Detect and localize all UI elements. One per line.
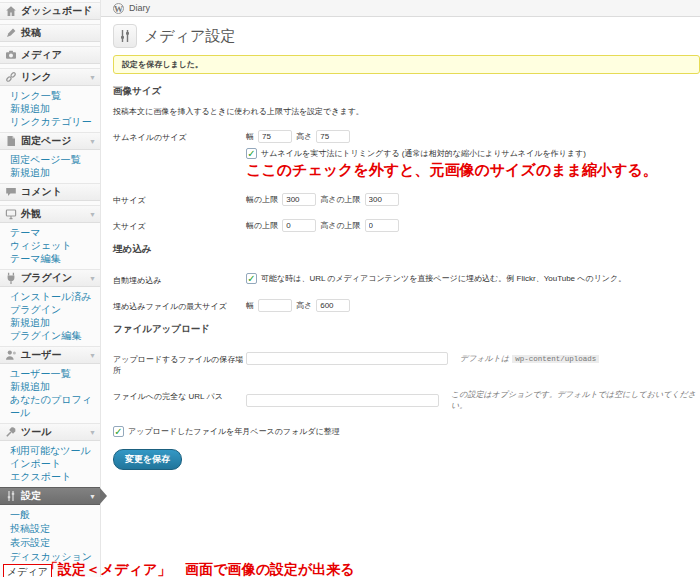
sidebar-item-plugins[interactable]: プラグイン ▼ — [0, 269, 100, 287]
large-size-label: 大サイズ — [113, 219, 246, 232]
chevron-down-icon: ▼ — [89, 352, 96, 359]
upload-path-input[interactable] — [246, 352, 448, 365]
sidebar-item-label: 外観 — [21, 207, 41, 221]
sidebar-item-media-settings[interactable]: メディア 「設定＜メディア」 画面で画像の設定が出来る — [0, 564, 100, 577]
auto-embed-checkbox-label: 可能な時は、URL のメディアコンテンツを直接ページに埋め込む。例 Flickr… — [261, 273, 626, 284]
sidebar-item-writing[interactable]: 投稿設定 — [0, 522, 100, 536]
sidebar-item-comments[interactable]: コメント — [0, 183, 100, 201]
sidebar-item-user-add[interactable]: 新規追加 — [0, 380, 100, 393]
sidebar-item-widgets[interactable]: ウィジェット — [0, 239, 100, 252]
sidebar-item-pages[interactable]: 固定ページ ▼ — [0, 132, 100, 150]
settings-saved-notice: 設定を保存しました。 — [113, 55, 700, 74]
large-width-input[interactable] — [282, 219, 316, 232]
sidebar-item-settings[interactable]: 設定 ▼ — [0, 487, 100, 505]
dashboard-icon — [5, 5, 17, 17]
comments-icon — [5, 186, 17, 198]
wordpress-logo-icon[interactable]: W — [113, 3, 124, 14]
menu-group-users: ユーザー ▼ ユーザー一覧 新規追加 あなたのプロフィール — [0, 346, 100, 419]
sidebar-item-link-list[interactable]: リンク一覧 — [0, 89, 100, 102]
embeds-heading: 埋め込み — [113, 243, 700, 256]
medium-size-label: 中サイズ — [113, 193, 246, 206]
sidebar-item-reading[interactable]: 表示設定 — [0, 536, 100, 550]
large-height-input[interactable] — [365, 219, 399, 232]
upload-path-default-code: wp-content/uploads — [512, 355, 599, 363]
submenu-settings: 一般 投稿設定 表示設定 ディスカッション メディア 「設定＜メディア」 画面で… — [0, 508, 100, 577]
sidebar-item-installed-plugins[interactable]: インストール済みプラグイン — [0, 290, 100, 316]
embed-width-input[interactable] — [258, 299, 292, 312]
thumbnail-size-row: サムネイルのサイズ 幅 高さ サムネイルを実寸法にトリミングする (通常は相対的… — [113, 130, 700, 180]
image-sizes-heading: 画像サイズ — [113, 85, 700, 98]
sidebar-item-users[interactable]: ユーザー ▼ — [0, 346, 100, 364]
image-sizes-description: 投稿本文に画像を挿入するときに使われる上限寸法を設定できます。 — [113, 106, 700, 117]
sidebar-item-label: ユーザー — [21, 348, 61, 362]
page-title-row: メディア設定 — [113, 24, 700, 48]
menu-group-appearance: 外観 ▼ テーマ ウィジェット テーマ編集 — [0, 205, 100, 265]
save-changes-button[interactable]: 変更を保存 — [113, 449, 182, 470]
menu-group-links: リンク ▼ リンク一覧 新規追加 リンクカテゴリー — [0, 68, 100, 128]
posts-icon — [5, 27, 17, 39]
medium-width-input[interactable] — [282, 193, 316, 206]
sidebar-item-links[interactable]: リンク ▼ — [0, 68, 100, 86]
menu-group-media: メディア — [0, 46, 100, 64]
chevron-down-icon: ▼ — [89, 275, 96, 282]
upload-path-helper: デフォルトは wp-content/uploads — [460, 353, 599, 364]
chevron-down-icon: ▼ — [89, 211, 96, 218]
thumbnail-height-input[interactable] — [316, 130, 350, 143]
thumbnail-size-label: サムネイルのサイズ — [113, 130, 246, 143]
medium-height-label: 高さの上限 — [320, 194, 360, 205]
medium-size-row: 中サイズ 幅の上限 高さの上限 — [113, 193, 700, 206]
sidebar-item-label: メディア — [21, 48, 62, 62]
sidebar-item-label: 設定 — [21, 489, 41, 503]
medium-height-input[interactable] — [365, 193, 399, 206]
sidebar-item-plugin-add[interactable]: 新規追加 — [0, 316, 100, 329]
upload-path-helper-text: デフォルトは — [460, 353, 509, 364]
upload-url-row: ファイルへの完全な URL パス この設定はオプションです。デフォルトでは空にし… — [113, 389, 700, 411]
notice-message: 設定を保存しました。 — [122, 60, 203, 69]
sidebar-item-appearance[interactable]: 外観 ▼ — [0, 205, 100, 223]
admin-sidebar: ダッシュボード 投稿 メディア — [0, 0, 100, 577]
upload-path-row: アップロードするファイルの保存場所 デフォルトは wp-content/uplo… — [113, 352, 700, 376]
page-title: メディア設定 — [144, 27, 235, 46]
submenu-links: リンク一覧 新規追加 リンクカテゴリー — [0, 89, 100, 128]
organize-uploads-checkbox[interactable] — [113, 426, 124, 437]
sidebar-item-themes[interactable]: テーマ — [0, 226, 100, 239]
plugins-icon — [5, 272, 17, 284]
menu-group-dashboard: ダッシュボード — [0, 2, 100, 20]
main-content: W Diary メディア設定 設定を保存しました。 画像サイズ 投稿本文に画像を… — [100, 0, 700, 577]
sidebar-item-page-add[interactable]: 新規追加 — [0, 166, 100, 179]
menu-group-plugins: プラグイン ▼ インストール済みプラグイン 新規追加 プラグイン編集 — [0, 269, 100, 342]
auto-embed-checkbox[interactable] — [246, 273, 257, 284]
sidebar-item-general[interactable]: 一般 — [0, 508, 100, 522]
users-icon — [5, 349, 17, 361]
sidebar-item-page-list[interactable]: 固定ページ一覧 — [0, 153, 100, 166]
embed-height-input[interactable] — [316, 299, 350, 312]
embed-height-label: 高さ — [296, 300, 312, 311]
thumbnail-crop-checkbox[interactable] — [246, 148, 257, 159]
site-name[interactable]: Diary — [129, 3, 150, 13]
sidebar-item-label: リンク — [21, 70, 52, 84]
sidebar-item-theme-editor[interactable]: テーマ編集 — [0, 252, 100, 265]
upload-url-input[interactable] — [246, 394, 439, 407]
large-height-label: 高さの上限 — [320, 220, 360, 231]
sidebar-item-available-tools[interactable]: 利用可能なツール — [0, 444, 100, 457]
auto-embed-label: 自動埋め込み — [113, 273, 246, 286]
submenu-tools: 利用可能なツール インポート エクスポート — [0, 444, 100, 483]
sidebar-item-plugin-editor[interactable]: プラグイン編集 — [0, 329, 100, 342]
sidebar-item-posts[interactable]: 投稿 — [0, 24, 100, 42]
sidebar-item-user-list[interactable]: ユーザー一覧 — [0, 367, 100, 380]
sidebar-item-export[interactable]: エクスポート — [0, 470, 100, 483]
sidebar-item-link-categories[interactable]: リンクカテゴリー — [0, 115, 100, 128]
thumbnail-width-input[interactable] — [258, 130, 292, 143]
sidebar-item-link-add[interactable]: 新規追加 — [0, 102, 100, 115]
media-settings-page: メディア設定 設定を保存しました。 画像サイズ 投稿本文に画像を挿入するときに使… — [101, 17, 700, 470]
upload-url-helper: この設定はオプションです。デフォルトでは空にしておいてください。 — [451, 389, 700, 411]
sidebar-item-import[interactable]: インポート — [0, 457, 100, 470]
sidebar-item-dashboard[interactable]: ダッシュボード — [0, 2, 100, 20]
embed-width-label: 幅 — [246, 300, 254, 311]
sidebar-item-tools[interactable]: ツール ▼ — [0, 423, 100, 441]
thumbnail-width-label: 幅 — [246, 131, 254, 142]
sidebar-item-your-profile[interactable]: あなたのプロフィール — [0, 393, 100, 419]
sidebar-item-label: 固定ページ — [21, 134, 71, 148]
auto-embed-row: 自動埋め込み 可能な時は、URL のメディアコンテンツを直接ページに埋め込む。例… — [113, 273, 700, 286]
sidebar-item-media[interactable]: メディア — [0, 46, 100, 64]
